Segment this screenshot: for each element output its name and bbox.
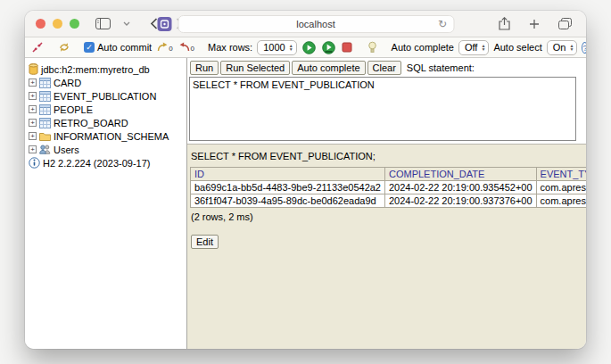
table-icon: [39, 91, 51, 102]
tree-item-label: INFORMATION_SCHEMA: [54, 131, 169, 142]
tree-item-label: Users: [54, 145, 79, 155]
column-header-id[interactable]: ID: [191, 168, 385, 181]
run-button[interactable]: Run: [190, 61, 219, 75]
tree-item-retro-board[interactable]: +RETRO_BOARD: [29, 116, 185, 129]
reload-icon[interactable]: ↻: [438, 19, 447, 29]
run-selected-icon[interactable]: [321, 41, 336, 54]
expand-plus-icon[interactable]: +: [29, 132, 37, 140]
query-panel: Run Run Selected Auto complete Clear SQL…: [187, 58, 586, 145]
tree-item-label: EVENT_PUBLICATION: [54, 91, 156, 102]
stepper-arrows-icon: ▲▼: [569, 44, 574, 51]
tree-item-h2-2-2-224-2023-09-17[interactable]: H2 2.2.224 (2023-09-17): [29, 156, 185, 170]
table-icon: [39, 78, 51, 88]
rollback-icon[interactable]: 0: [178, 42, 195, 53]
tree-item-label: H2 2.2.224 (2023-09-17): [43, 158, 150, 169]
expand-plus-icon[interactable]: +: [29, 145, 37, 153]
results-table: IDCOMPLETION_DATEEVENT_TYPELISTENER_ID b…: [190, 167, 586, 208]
browser-chrome: localhost ↻: [25, 11, 586, 37]
auto-complete-value: Off: [465, 42, 477, 53]
max-rows-select[interactable]: 1000 ▲▼: [257, 40, 296, 55]
results-panel: SELECT * FROM EVENT_PUBLICATION; IDCOMPL…: [187, 145, 586, 349]
info-icon: [29, 157, 40, 169]
run-icon[interactable]: [301, 41, 317, 54]
row-count-status: (2 rows, 2 ms): [191, 211, 586, 222]
address-bar[interactable]: localhost ↻: [178, 15, 454, 33]
tree-item-information-schema[interactable]: +INFORMATION_SCHEMA: [29, 129, 185, 143]
column-header-event_type[interactable]: EVENT_TYPE: [536, 168, 586, 181]
tree-item-people[interactable]: +PEOPLE: [29, 103, 185, 116]
tree-item-event-publication[interactable]: +EVENT_PUBLICATION: [29, 89, 185, 103]
sql-input[interactable]: SELECT * FROM EVENT_PUBLICATION: [189, 77, 576, 141]
query-echo: SELECT * FROM EVENT_PUBLICATION;: [191, 151, 586, 161]
table-cell: ba699c1a-bb5d-4483-9be9-21133e0542a2: [191, 181, 385, 194]
auto-commit-checkbox[interactable]: ✓ Auto commit: [84, 42, 152, 53]
rollback-count: 0: [191, 46, 194, 53]
db-tree: jdbc:h2:mem:myretro_db+CARD+EVENT_PUBLIC…: [25, 58, 186, 349]
expand-plus-icon[interactable]: +: [29, 105, 37, 113]
tree-item-label: CARD: [54, 78, 81, 88]
stepper-arrows-icon: ▲▼: [481, 44, 485, 51]
auto-select-select[interactable]: On ▲▼: [547, 40, 578, 55]
table-icon: [39, 104, 51, 115]
auto-commit-label: Auto commit: [97, 42, 152, 53]
disconnect-icon[interactable]: [30, 41, 45, 54]
column-header-completion_date[interactable]: COMPLETION_DATE: [384, 168, 536, 181]
table-cell: 36f1f047-b039-4a95-89dc-be0d62eada9d: [191, 194, 385, 208]
auto-complete-button[interactable]: Auto complete: [292, 61, 365, 75]
max-rows-label: Max rows:: [208, 42, 252, 53]
browser-window: localhost ↻ ✓ Auto commit: [25, 11, 586, 349]
stepper-arrows-icon: ▲▼: [289, 44, 293, 51]
tree-item-label: RETRO_BOARD: [54, 118, 128, 128]
minimize-window-button[interactable]: [53, 19, 62, 29]
help-icon[interactable]: ?: [582, 42, 586, 54]
folder-icon: [39, 131, 51, 141]
auto-complete-select[interactable]: Off ▲▼: [458, 40, 489, 55]
table-row: ba699c1a-bb5d-4483-9be9-21133e0542a22024…: [191, 181, 587, 194]
tab-overview-icon[interactable]: [555, 16, 575, 31]
sidebar-toggle-icon[interactable]: [92, 16, 114, 31]
expand-plus-icon[interactable]: +: [29, 79, 37, 87]
close-window-button[interactable]: [36, 19, 45, 29]
table-cell: com.apress.users.UserEvent: [536, 194, 586, 208]
new-tab-icon[interactable]: [525, 17, 543, 31]
cancel-statement-icon[interactable]: [341, 42, 353, 53]
table-icon: [39, 118, 51, 128]
address-url: localhost: [296, 19, 334, 29]
h2-console-toolbar: ✓ Auto commit 0 0 Max rows: 1000 ▲▼ Auto…: [25, 37, 586, 58]
refresh-objects-icon[interactable]: [57, 41, 71, 54]
zoom-window-button[interactable]: [70, 19, 79, 29]
max-rows-value: 1000: [263, 42, 285, 53]
auto-select-value: On: [553, 42, 566, 53]
tree-item-card[interactable]: +CARD: [29, 76, 185, 89]
tree-item-label: PEOPLE: [54, 104, 93, 115]
auto-select-label: Auto select: [493, 42, 541, 53]
clear-button[interactable]: Clear: [367, 61, 401, 75]
table-cell: 2024-02-22 20:19:00.935452+00: [384, 181, 536, 194]
share-icon[interactable]: [495, 15, 514, 32]
expand-plus-icon[interactable]: +: [29, 119, 37, 127]
commit-count: 0: [169, 46, 172, 53]
tree-item-jdbc-h2-mem-myretro-db[interactable]: jdbc:h2:mem:myretro_db: [29, 62, 185, 76]
tree-item-users[interactable]: +Users: [29, 143, 185, 156]
table-header-row: IDCOMPLETION_DATEEVENT_TYPELISTENER_ID: [191, 168, 587, 181]
chevron-down-icon[interactable]: [120, 20, 134, 28]
users-icon: [39, 145, 51, 154]
edit-button[interactable]: Edit: [191, 235, 219, 249]
sql-statement-label: SQL statement:: [407, 62, 475, 73]
auto-complete-icon[interactable]: [366, 41, 379, 54]
h2-favicon: [157, 17, 171, 31]
auto-complete-label: Auto complete: [392, 42, 454, 53]
database-icon: [29, 63, 38, 75]
table-row: 36f1f047-b039-4a95-89dc-be0d62eada9d2024…: [191, 194, 587, 208]
tree-item-label: jdbc:h2:mem:myretro_db: [41, 64, 150, 75]
table-cell: com.apress.users.UserEvent: [536, 181, 586, 194]
checkbox-checked-icon: ✓: [84, 42, 95, 53]
table-cell: 2024-02-22 20:19:00.937376+00: [384, 194, 536, 208]
traffic-lights: [36, 19, 79, 29]
expand-plus-icon[interactable]: +: [29, 92, 37, 100]
commit-icon[interactable]: 0: [156, 42, 173, 53]
run-selected-button[interactable]: Run Selected: [220, 61, 290, 75]
